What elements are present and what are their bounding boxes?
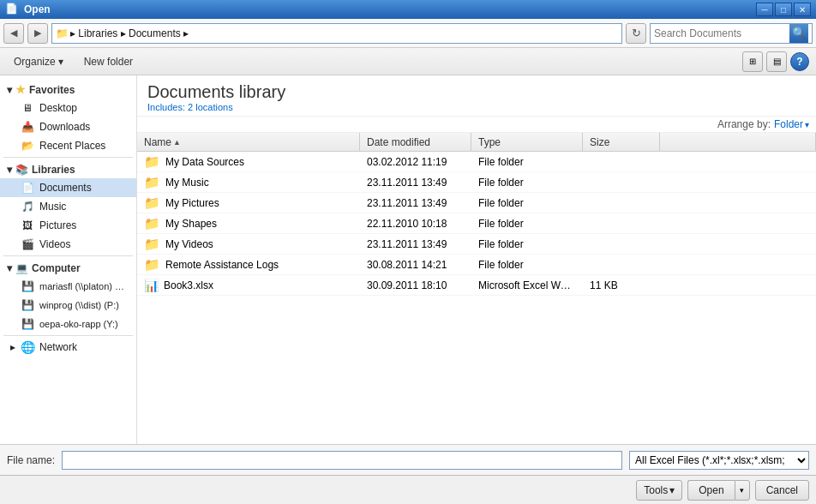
filename-input[interactable]: [62, 451, 622, 470]
file-extra: [660, 263, 816, 267]
address-path[interactable]: 📁 ▸ Libraries ▸ Documents ▸: [51, 23, 622, 44]
drive-p-label: winprog (\\dist) (P:): [39, 300, 119, 310]
filename-label: File name:: [7, 454, 55, 466]
col-header-size[interactable]: Size: [583, 133, 660, 151]
sidebar-item-recent[interactable]: 📂 Recent Places: [0, 136, 136, 155]
sidebar-item-documents[interactable]: 📄 Documents: [0, 178, 136, 197]
divider-1: [3, 157, 133, 158]
table-row[interactable]: 📁 My Videos 23.11.2011 13:49 File folder: [137, 234, 816, 255]
close-button[interactable]: ✕: [794, 3, 811, 16]
folder-icon: 📁: [144, 195, 160, 211]
file-name: My Pictures: [165, 197, 219, 209]
documents-icon: 📄: [21, 181, 34, 195]
divider-3: [3, 335, 133, 336]
table-row[interactable]: 📊 Book3.xlsx 30.09.2011 18:10 Microsoft …: [137, 275, 816, 296]
sidebar-item-network[interactable]: ▸ 🌐 Network: [0, 338, 136, 357]
drive-p-icon: 💾: [21, 298, 34, 312]
view-toggle-button[interactable]: ⊞: [742, 51, 763, 72]
desktop-icon: 🖥: [21, 101, 34, 115]
drive-m-icon: 💾: [21, 279, 34, 293]
tools-button[interactable]: Tools ▾: [636, 480, 682, 501]
arrange-label: Arrange by:: [717, 118, 771, 130]
toolbar-right: ⊞ ▤ ?: [742, 51, 809, 72]
recent-label: Recent Places: [39, 140, 105, 152]
libraries-header[interactable]: ▾ 📚 Libraries: [0, 159, 136, 178]
file-size: [583, 201, 660, 205]
libraries-label: Libraries: [32, 164, 75, 176]
file-name: My Music: [165, 177, 209, 189]
folder-icon: 📁: [144, 154, 160, 170]
col-header-name[interactable]: Name ▲: [137, 133, 360, 151]
file-size: [583, 263, 660, 267]
folder-special-icon: 📁: [144, 257, 160, 273]
cancel-button[interactable]: Cancel: [755, 480, 809, 501]
arrange-row: Arrange by: Folder ▾: [137, 117, 816, 133]
filetype-select[interactable]: All Excel Files (*.xl*;*.xlsx;*.xlsm;: [629, 451, 809, 470]
sidebar-item-drive-m[interactable]: 💾 mariasfl (\\platon) (M:): [0, 277, 136, 296]
organize-button[interactable]: Organize ▾: [7, 51, 70, 72]
file-date: 30.08.2011 14:21: [360, 257, 471, 273]
network-expand: ▸: [10, 341, 15, 353]
file-date: 30.09.2011 18:10: [360, 278, 471, 293]
file-name: Remote Assistance Logs: [165, 259, 279, 271]
favorites-arrow: ▾: [7, 84, 12, 96]
excel-icon: 📊: [144, 279, 159, 292]
file-size: 11 KB: [583, 278, 660, 293]
search-box[interactable]: 🔍: [650, 23, 813, 44]
tools-arrow: ▾: [669, 484, 675, 496]
file-size: [583, 160, 660, 164]
search-input[interactable]: [654, 27, 789, 39]
file-type: File folder: [471, 195, 583, 211]
table-row[interactable]: 📁 Remote Assistance Logs 30.08.2011 14:2…: [137, 255, 816, 275]
maximize-button[interactable]: □: [775, 3, 792, 16]
arrange-arrow: ▾: [805, 120, 809, 129]
network-section: ▸ 🌐 Network: [0, 338, 136, 357]
help-button[interactable]: ?: [790, 52, 809, 71]
preview-button[interactable]: ▤: [766, 51, 787, 72]
col-header-type[interactable]: Type: [471, 133, 583, 151]
music-icon: 🎵: [21, 200, 34, 213]
library-subtitle: Includes: 2 locations: [147, 102, 806, 112]
videos-label: Videos: [39, 238, 70, 250]
new-folder-button[interactable]: New folder: [77, 51, 140, 72]
open-button[interactable]: Open: [687, 480, 734, 501]
open-dropdown-button[interactable]: ▾: [735, 480, 750, 501]
title-text: Open: [24, 3, 756, 15]
file-type: File folder: [471, 237, 583, 252]
file-name: My Data Sources: [165, 156, 244, 168]
content-area: Documents library Includes: 2 locations …: [137, 75, 816, 444]
file-extra: [660, 201, 816, 205]
table-row[interactable]: 📁 My Data Sources 03.02.2012 11:19 File …: [137, 152, 816, 172]
subtitle-text: Includes: 2 locations: [147, 102, 233, 112]
forward-button[interactable]: ▶: [27, 23, 48, 44]
file-date: 03.02.2012 11:19: [360, 154, 471, 170]
sidebar-item-downloads[interactable]: 📥 Downloads: [0, 117, 136, 136]
table-row[interactable]: 📁 My Shapes 22.11.2010 10:18 File folder: [137, 213, 816, 234]
favorites-header[interactable]: ▾ ★ Favorites: [0, 79, 136, 99]
computer-header[interactable]: ▾ 💻 Computer: [0, 258, 136, 277]
new-folder-label: New folder: [84, 56, 133, 68]
file-extra: [660, 222, 816, 225]
computer-arrow: ▾: [7, 262, 12, 274]
content-header: Documents library Includes: 2 locations: [137, 75, 816, 117]
sidebar-item-videos[interactable]: 🎬 Videos: [0, 235, 136, 254]
sidebar-item-drive-y[interactable]: 💾 oepa-oko-rapp (Y:): [0, 315, 136, 333]
sidebar-item-music[interactable]: 🎵 Music: [0, 197, 136, 216]
back-button[interactable]: ◀: [3, 23, 24, 44]
sidebar-item-pictures[interactable]: 🖼 Pictures: [0, 216, 136, 235]
sidebar-item-drive-p[interactable]: 💾 winprog (\\dist) (P:): [0, 296, 136, 315]
downloads-icon: 📥: [21, 120, 34, 134]
arrange-value[interactable]: Folder: [774, 118, 803, 130]
file-list: Name ▲ Date modified Type Size 📁 My Data…: [137, 133, 816, 444]
minimize-button[interactable]: ─: [756, 3, 773, 16]
table-row[interactable]: 📁 My Music 23.11.2011 13:49 File folder: [137, 172, 816, 193]
search-button[interactable]: 🔍: [789, 24, 808, 43]
videos-icon: 🎬: [21, 237, 34, 251]
network-icon: 🌐: [21, 340, 34, 354]
sort-arrow: ▲: [173, 138, 181, 147]
col-header-date[interactable]: Date modified: [360, 133, 471, 151]
library-title: Documents library: [147, 82, 806, 102]
sidebar-item-desktop[interactable]: 🖥 Desktop: [0, 99, 136, 117]
refresh-button[interactable]: ↻: [626, 23, 646, 44]
table-row[interactable]: 📁 My Pictures 23.11.2011 13:49 File fold…: [137, 193, 816, 213]
